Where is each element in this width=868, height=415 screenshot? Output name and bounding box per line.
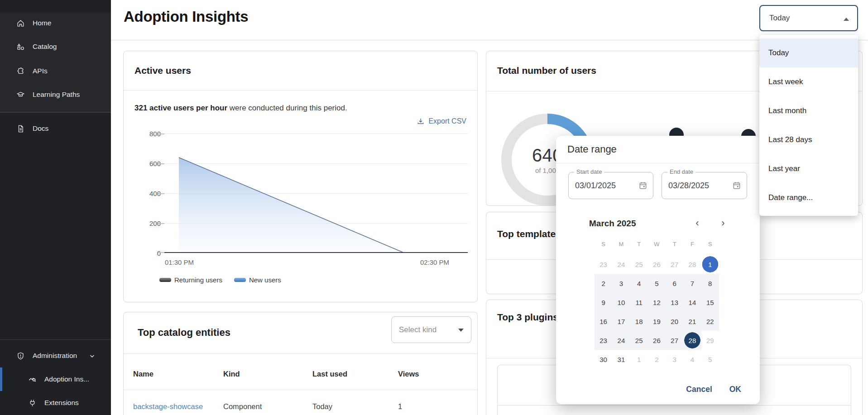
kind-select[interactable]: Select kind: [391, 316, 471, 343]
calendar-day[interactable]: 31: [612, 350, 630, 369]
calendar-day[interactable]: 23: [595, 255, 612, 274]
cell-last-used: Today: [312, 402, 332, 411]
date-range-dialog: Date range Start date 03/01/2025 End dat…: [556, 136, 760, 404]
calendar-day[interactable]: 14: [683, 293, 701, 312]
next-month-button[interactable]: ›: [718, 217, 729, 229]
calendar-day[interactable]: 1: [630, 350, 648, 369]
shield-icon: [16, 352, 25, 360]
sidebar-item-home[interactable]: Home: [0, 13, 111, 33]
column-header-last-used: Last used: [312, 370, 347, 378]
calendar-day[interactable]: 27: [666, 255, 683, 274]
learning-paths-icon: [16, 91, 25, 99]
sidebar-item-administration[interactable]: Administration: [0, 346, 111, 366]
menu-item[interactable]: Today: [759, 38, 858, 67]
entity-link[interactable]: backstage-showcase: [133, 402, 203, 411]
chevron-down-icon: [88, 352, 96, 360]
sidebar: Home Catalog APIs Learning Paths Docs Ad…: [0, 0, 111, 415]
menu-item[interactable]: Last year: [759, 154, 858, 183]
calendar-day[interactable]: 8: [701, 274, 719, 293]
table-row-divider: [498, 405, 851, 405]
calendar-day[interactable]: 25: [630, 331, 648, 350]
calendar-day[interactable]: 5: [648, 274, 666, 293]
legend-swatch: [234, 278, 246, 282]
weekday-label: M: [612, 239, 630, 250]
card-title: Total number of users: [497, 65, 596, 76]
sidebar-item-extensions[interactable]: Extensions: [0, 393, 111, 413]
menu-item-label: Date range...: [768, 193, 813, 202]
calendar-day[interactable]: 2: [595, 274, 612, 293]
calendar-day[interactable]: 24: [612, 255, 630, 274]
sidebar-item-catalog[interactable]: Catalog: [0, 37, 111, 57]
calendar-day[interactable]: 17: [612, 312, 630, 331]
docs-icon: [16, 124, 25, 133]
menu-item[interactable]: Date range...: [759, 183, 858, 212]
calendar-day[interactable]: 16: [595, 312, 612, 331]
weekday-label: T: [666, 239, 683, 250]
calendar-day[interactable]: 5: [701, 350, 719, 369]
legend-label: Returning users: [174, 276, 222, 284]
sidebar-item-label: Learning Paths: [33, 91, 80, 99]
calendar-icon[interactable]: [732, 181, 741, 190]
card-title: Top 3 plugins: [497, 312, 558, 323]
calendar-day[interactable]: 23: [595, 331, 612, 350]
calendar-day[interactable]: 21: [683, 312, 701, 331]
menu-item[interactable]: Last week: [759, 67, 858, 96]
cell-views: 1: [398, 402, 402, 411]
sidebar-item-label: Administration: [33, 352, 77, 360]
ok-button[interactable]: OK: [729, 385, 741, 394]
chevron-up-icon: [844, 18, 849, 21]
calendar-day[interactable]: 22: [701, 312, 719, 331]
calendar-day[interactable]: 9: [595, 293, 612, 312]
prev-month-button[interactable]: ‹: [692, 217, 703, 229]
table-row-divider: [124, 390, 477, 390]
calendar-day[interactable]: 11: [630, 293, 648, 312]
sidebar-item-apis[interactable]: APIs: [0, 61, 111, 81]
period-select[interactable]: Today: [759, 5, 858, 31]
sidebar-item-label: Adoption Ins...: [44, 375, 89, 383]
calendar-day[interactable]: 2: [648, 350, 666, 369]
calendar-day[interactable]: 20: [666, 312, 683, 331]
calendar-day[interactable]: 24: [612, 331, 630, 350]
calendar-day[interactable]: 19: [648, 312, 666, 331]
calendar-day[interactable]: 1: [701, 255, 719, 274]
calendar-day[interactable]: 26: [648, 255, 666, 274]
dialog-divider: [556, 163, 760, 163]
calendar-day[interactable]: 28: [683, 331, 701, 350]
calendar-day[interactable]: 6: [666, 274, 683, 293]
calendar-day[interactable]: 30: [595, 350, 612, 369]
calendar-day[interactable]: 3: [612, 274, 630, 293]
calendar-day[interactable]: 4: [683, 350, 701, 369]
calendar-day[interactable]: 13: [666, 293, 683, 312]
card-title: Top catalog entities: [138, 327, 230, 339]
dialog-actions: Cancel OK: [556, 385, 760, 394]
column-header-views: Views: [398, 370, 419, 378]
calendar-day[interactable]: 7: [683, 274, 701, 293]
calendar-day[interactable]: 26: [648, 331, 666, 350]
calendar-day[interactable]: 18: [630, 312, 648, 331]
calendar-day[interactable]: 29: [701, 331, 719, 350]
weekday-label: S: [701, 239, 719, 250]
menu-item-label: Last year: [768, 164, 800, 173]
calendar-day[interactable]: 3: [666, 350, 683, 369]
calendar-day[interactable]: 28: [683, 255, 701, 274]
menu-item[interactable]: Last 28 days: [759, 125, 858, 154]
calendar-icon[interactable]: [638, 181, 647, 190]
calendar-day[interactable]: 10: [612, 293, 630, 312]
calendar-day[interactable]: 15: [701, 293, 719, 312]
calendar-day[interactable]: 25: [630, 255, 648, 274]
calendar-day[interactable]: 27: [666, 331, 683, 350]
sidebar-item-learning-paths[interactable]: Learning Paths: [0, 85, 111, 105]
calendar-day[interactable]: 4: [630, 274, 648, 293]
end-date-value: 03/28/2025: [668, 172, 709, 199]
menu-item-label: Last week: [768, 77, 803, 86]
sidebar-item-adoption-insights[interactable]: Adoption Ins...: [0, 369, 111, 389]
end-date-field[interactable]: End date 03/28/2025: [662, 172, 747, 199]
x-axis-label: 02:30 PM: [414, 258, 455, 266]
sidebar-item-label: Extensions: [44, 399, 79, 407]
calendar-day[interactable]: 12: [648, 293, 666, 312]
menu-item[interactable]: Last month: [759, 96, 858, 125]
start-date-field[interactable]: Start date 03/01/2025: [568, 172, 653, 199]
insights-icon: [28, 375, 37, 384]
sidebar-item-docs[interactable]: Docs: [0, 119, 111, 138]
cancel-button[interactable]: Cancel: [686, 385, 712, 394]
